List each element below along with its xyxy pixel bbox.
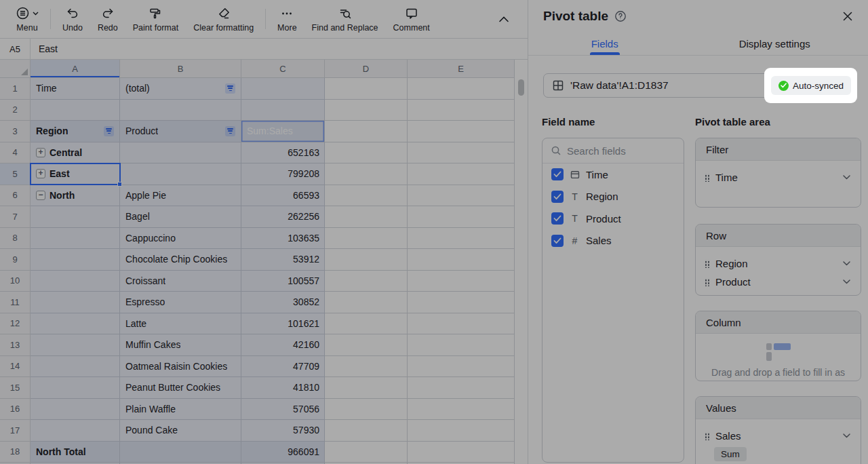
auto-synced-label: Auto-synced: [793, 81, 844, 91]
synced-check-icon: [778, 81, 789, 91]
dim-overlay: [0, 0, 868, 464]
auto-synced-badge: Auto-synced: [771, 76, 851, 95]
